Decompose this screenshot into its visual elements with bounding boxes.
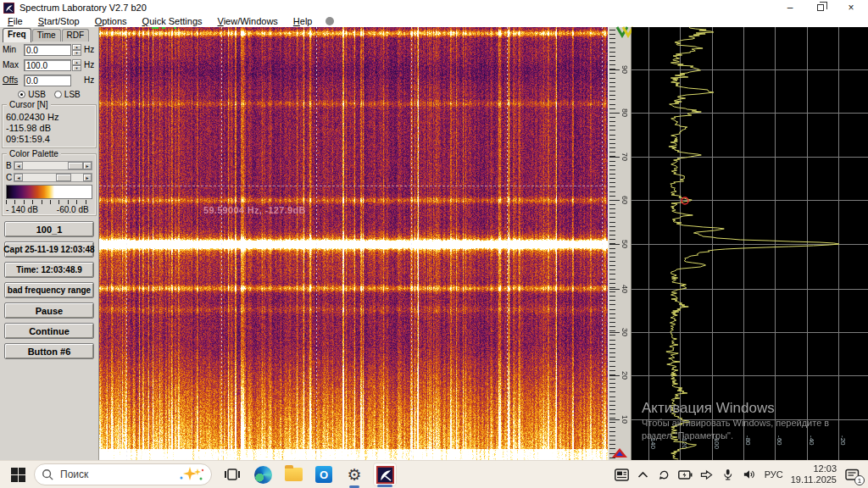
lsb-radio-circle[interactable]	[54, 91, 62, 98]
offset-input[interactable]: 0.0	[24, 75, 71, 86]
palette-min-label: - 140 dB	[6, 205, 38, 214]
sync-icon	[658, 469, 670, 481]
waterfall-spectrogram[interactable]: 59.59004 Hz, -127.9dB	[99, 27, 608, 460]
tray-expand-button[interactable]	[636, 467, 651, 482]
spin-down-icon[interactable]: ▼	[72, 50, 81, 56]
start-button[interactable]	[5, 462, 31, 487]
task-view-button[interactable]	[220, 463, 244, 486]
eject-tray-button[interactable]	[699, 467, 715, 482]
sync-tray-button[interactable]	[657, 467, 672, 482]
button-6[interactable]: Button #6	[4, 343, 94, 359]
search-placeholder[interactable]: Поиск	[60, 469, 179, 480]
search-box[interactable]: Поиск	[34, 463, 212, 485]
palette-max-label: -60.0 dB	[57, 205, 89, 214]
clock[interactable]: 12:03 19.11.2025	[791, 463, 837, 485]
microphone-tray-button[interactable]	[721, 467, 736, 482]
speaker-icon	[743, 469, 756, 480]
tab-rdf[interactable]: RDF	[62, 29, 90, 42]
window-titlebar[interactable]: Spectrum Laboratory V2.7 b20 – ×	[0, 0, 868, 15]
menu-quick-settings[interactable]: Quick Settings	[135, 15, 210, 27]
restore-icon[interactable]	[805, 0, 836, 15]
cursor-level: -115.98 dB	[6, 123, 92, 134]
button-100-1[interactable]: 100_1	[4, 221, 94, 237]
spectrum-lab-taskbar-button[interactable]	[373, 463, 397, 486]
gear-icon: ⚙	[347, 467, 361, 483]
menu-start-stop[interactable]: Start/Stop	[31, 15, 87, 27]
brightness-slider-label: B	[6, 161, 14, 170]
contrast-slider[interactable]: ◄ ►	[14, 173, 92, 182]
menu-file[interactable]: File	[0, 15, 31, 27]
offs-label[interactable]: Offs	[3, 75, 24, 85]
minimize-icon[interactable]: –	[775, 0, 805, 15]
chevron-up-icon	[637, 471, 648, 479]
spin-down-icon[interactable]: ▼	[72, 65, 81, 71]
cursor-frequency: 60.02430 Hz	[6, 112, 92, 123]
menu-help[interactable]: Help	[286, 15, 320, 27]
window-title: Spectrum Laboratory V2.7 b20	[19, 3, 147, 13]
usb-radio-circle[interactable]	[18, 91, 25, 98]
language-indicator[interactable]: РУС	[763, 469, 785, 480]
cursor-groupbox: Cursor [N] 60.02430 Hz -115.98 dB 09:51:…	[2, 104, 97, 148]
lsb-label: LSB	[64, 90, 81, 99]
button-continue[interactable]: Continue	[4, 323, 94, 339]
widgets-icon	[615, 469, 629, 481]
file-explorer-button[interactable]	[281, 463, 305, 486]
spectrum-graph[interactable]: Активация Windows Чтобы активировать Win…	[632, 27, 868, 460]
outlook-icon: O	[315, 466, 332, 483]
control-panel: Freq Time RDF Min 0.0 ▲▼ Hz Max 100.0 ▲▼…	[0, 27, 99, 460]
max-freq-input[interactable]: 100.0	[24, 59, 71, 71]
clock-time: 12:03	[791, 463, 837, 474]
menu-view-windows[interactable]: View/Windows	[210, 15, 286, 27]
button-pause[interactable]: Pause	[4, 302, 94, 319]
min-spinner[interactable]: ▲▼	[72, 44, 81, 56]
settings-button[interactable]: ⚙	[342, 463, 366, 486]
tab-freq[interactable]: Freq	[3, 28, 31, 42]
button-time[interactable]: Time: 12:03:48.9	[4, 262, 94, 278]
notification-center-button[interactable]: 1	[843, 466, 861, 483]
spin-up-icon[interactable]: ▲	[72, 44, 81, 50]
edge-browser-button[interactable]	[251, 463, 275, 486]
max-label: Max	[3, 60, 24, 69]
edge-icon	[254, 466, 272, 484]
slider-left-icon[interactable]: ◄	[14, 162, 23, 169]
brightness-slider-thumb[interactable]	[68, 162, 83, 169]
close-icon[interactable]: ×	[836, 0, 866, 15]
spectrum-canvas[interactable]	[632, 27, 868, 460]
min-freq-input[interactable]: 0.0	[24, 44, 71, 56]
freq-time-rdf-tabs: Freq Time RDF	[0, 27, 98, 41]
brightness-slider[interactable]: ◄ ►	[14, 161, 92, 170]
button-bad-frequency-range[interactable]: bad frequency range	[4, 282, 94, 298]
contrast-slider-label: C	[6, 173, 14, 182]
usb-radio[interactable]: USB	[18, 90, 46, 99]
widgets-button[interactable]	[615, 467, 630, 482]
copilot-sparkle-icon[interactable]	[179, 466, 204, 483]
contrast-slider-thumb[interactable]	[56, 174, 71, 181]
tab-time[interactable]: Time	[32, 29, 61, 42]
notification-badge: 1	[854, 475, 865, 485]
min-label: Min	[3, 45, 24, 54]
sideband-radios: USB LSB	[0, 90, 98, 99]
max-unit: Hz	[84, 60, 94, 69]
palette-group-title: Color Palette	[7, 149, 61, 158]
search-icon	[42, 469, 53, 480]
color-palette-groupbox: Color Palette B ◄ ► C ◄ ► - 1	[2, 153, 97, 216]
usb-label: USB	[28, 90, 46, 99]
slider-right-icon[interactable]: ►	[83, 162, 92, 169]
power-tray-button[interactable]	[678, 467, 693, 482]
slider-right-icon[interactable]: ►	[83, 174, 92, 181]
arrow-right-icon	[700, 469, 713, 480]
lsb-radio[interactable]: LSB	[54, 90, 81, 99]
slider-left-icon[interactable]: ◄	[14, 174, 23, 181]
battery-icon	[678, 469, 693, 480]
cursor-time: 09:51:59.4	[6, 134, 92, 145]
volume-tray-button[interactable]	[742, 467, 757, 482]
microphone-icon	[722, 468, 733, 481]
button-capture[interactable]: Capt 25-11-19 12:03:48	[4, 241, 94, 258]
frequency-ruler[interactable]	[608, 27, 632, 460]
outlook-button[interactable]: O	[312, 463, 336, 486]
spin-up-icon[interactable]: ▲	[72, 59, 81, 65]
taskbar: Поиск	[0, 460, 868, 488]
max-spinner[interactable]: ▲▼	[72, 59, 81, 71]
waterfall-canvas[interactable]	[99, 27, 608, 460]
menu-options[interactable]: Options	[87, 15, 135, 27]
